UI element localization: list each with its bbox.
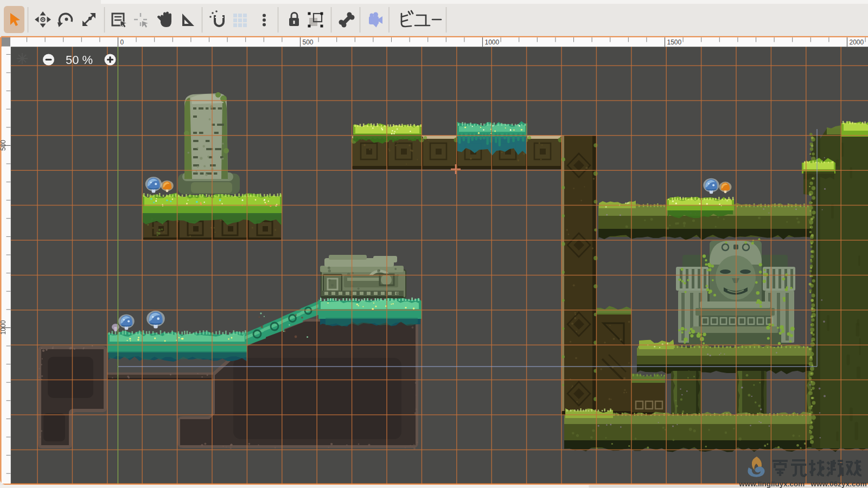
svg-text:0: 0 xyxy=(120,38,124,46)
svg-text:1500: 1500 xyxy=(667,38,682,46)
svg-text:2000: 2000 xyxy=(850,38,864,46)
svg-text:www.lingliuyx.com www.06zyx.: www.lingliuyx.com www.06zyx.com xyxy=(738,480,866,488)
svg-text:50 %: 50 % xyxy=(66,53,93,67)
svg-text:500: 500 xyxy=(0,140,7,151)
svg-text:500: 500 xyxy=(303,38,314,46)
svg-text:1000: 1000 xyxy=(0,320,7,335)
svg-text:1000: 1000 xyxy=(485,38,500,46)
